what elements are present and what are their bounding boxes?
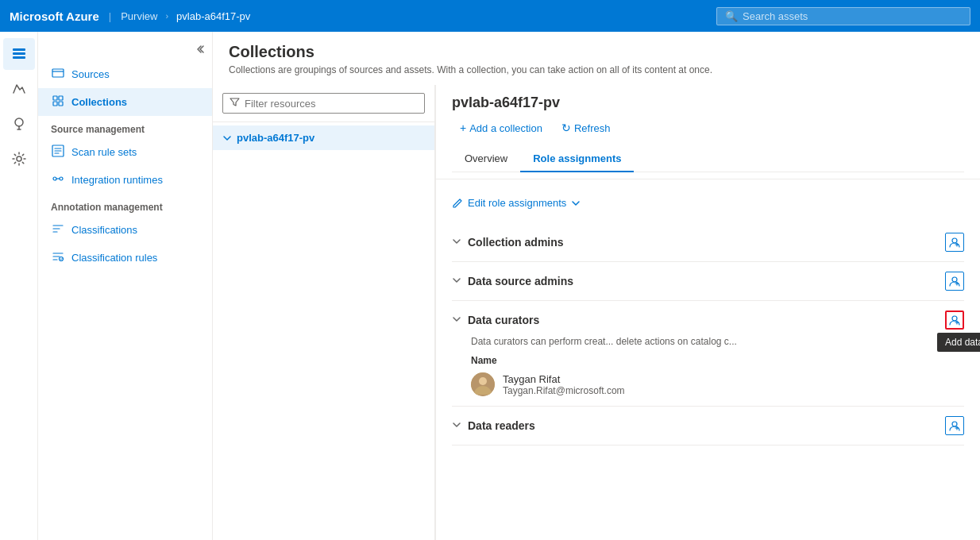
- svg-point-19: [952, 422, 957, 426]
- svg-point-14: [952, 238, 957, 243]
- svg-rect-9: [59, 102, 63, 106]
- chevron-down-icon: [452, 314, 461, 326]
- add-data-reader-button[interactable]: [945, 416, 964, 435]
- sidebar-item-insights[interactable]: [3, 108, 35, 140]
- add-collection-admin-button[interactable]: [945, 233, 964, 252]
- filter-input-wrapper[interactable]: [222, 93, 425, 114]
- right-panel-header: pvlab-a64f17-pv + Add a collection ↻ Ref…: [436, 85, 980, 179]
- refresh-button[interactable]: ↻ Refresh: [554, 118, 619, 138]
- tab-overview[interactable]: Overview: [452, 146, 520, 172]
- svg-point-18: [479, 377, 487, 385]
- filter-icon: [230, 97, 240, 110]
- left-sidebar: [0, 32, 38, 540]
- data-readers-header[interactable]: Data readers: [452, 416, 964, 435]
- tab-role-assignments[interactable]: Role assignments: [520, 146, 634, 172]
- right-panel: pvlab-a64f17-pv + Add a collection ↻ Ref…: [435, 85, 980, 540]
- svg-rect-0: [13, 48, 25, 51]
- role-section-data-readers: Data readers: [452, 407, 964, 446]
- top-navigation: Microsoft Azure | Purview › pvlab-a64f17…: [0, 0, 980, 32]
- add-data-source-admin-button[interactable]: [945, 272, 964, 291]
- nav-item-integration-runtimes[interactable]: Integration runtimes: [38, 166, 212, 194]
- sidebar-item-management[interactable]: [3, 143, 35, 175]
- edit-roles-label: Edit role assignments: [468, 197, 566, 209]
- collection-admins-header[interactable]: Collection admins: [452, 233, 964, 252]
- role-assignments-content: Edit role assignments Collection admins: [436, 179, 980, 458]
- data-source-admins-title: Data source admins: [468, 275, 939, 287]
- search-icon: 🔍: [725, 10, 738, 22]
- search-bar[interactable]: 🔍: [716, 7, 970, 25]
- resource-name: pvlab-a64f17-pv: [176, 10, 250, 22]
- svg-point-11: [53, 177, 56, 180]
- svg-point-3: [15, 118, 23, 126]
- collapse-button[interactable]: [38, 38, 212, 60]
- add-icon: +: [460, 122, 466, 134]
- nav-item-classifications[interactable]: Classifications: [38, 216, 212, 244]
- collection-item-label: pvlab-a64f17-pv: [237, 132, 314, 144]
- scan-rule-sets-icon: [51, 145, 65, 160]
- add-data-curators-button[interactable]: [945, 310, 964, 330]
- purview-label[interactable]: Purview: [121, 10, 157, 22]
- svg-rect-7: [59, 96, 63, 100]
- svg-rect-6: [53, 96, 57, 100]
- user-avatar-taygan: [471, 372, 495, 396]
- annotation-management-label: Annotation management: [38, 194, 212, 216]
- sources-icon: [51, 67, 65, 82]
- classifications-icon: [51, 222, 65, 237]
- page-header: Collections Collections are groupings of…: [213, 32, 980, 85]
- svg-point-12: [60, 177, 63, 180]
- data-curators-description: Data curators can perform creat... delet…: [452, 336, 964, 347]
- collection-tree: pvlab-a64f17-pv: [213, 122, 434, 153]
- right-panel-title: pvlab-a64f17-pv: [452, 94, 964, 111]
- role-section-collection-admins: Collection admins: [452, 223, 964, 262]
- collection-admins-title: Collection admins: [468, 236, 939, 249]
- azure-brand: Microsoft Azure: [10, 10, 99, 23]
- page-description: Collections are groupings of sources and…: [229, 64, 785, 75]
- refresh-label: Refresh: [574, 122, 611, 134]
- nav-item-scan-rule-sets[interactable]: Scan rule sets: [38, 138, 212, 166]
- user-name-taygan: Taygan Rifat: [503, 373, 625, 385]
- data-readers-title: Data readers: [468, 419, 939, 432]
- nav-item-collections-label: Collections: [71, 96, 127, 108]
- sidebar-item-data-map[interactable]: [3, 73, 35, 105]
- right-panel-actions: + Add a collection ↻ Refresh: [452, 118, 964, 138]
- search-input[interactable]: [743, 10, 962, 22]
- content-body: pvlab-a64f17-pv pvlab-a64f17-pv + Add a …: [213, 85, 980, 540]
- edit-role-assignments-button[interactable]: Edit role assignments: [452, 192, 581, 214]
- role-section-data-source-admins: Data source admins: [452, 262, 964, 301]
- tabs: Overview Role assignments: [452, 146, 964, 172]
- nav-item-classifications-label: Classifications: [71, 224, 137, 236]
- svg-rect-2: [13, 56, 25, 59]
- integration-runtimes-icon: [51, 172, 65, 187]
- user-email-taygan: Taygan.Rifat@microsoft.com: [503, 385, 625, 396]
- add-data-curators-wrapper: Add data curators: [945, 310, 964, 330]
- data-curators-header[interactable]: Data curators Add data curators: [452, 310, 964, 330]
- nav-item-classification-rules-label: Classification rules: [71, 252, 157, 264]
- nav-item-collections[interactable]: Collections: [38, 88, 212, 116]
- filter-resources-input[interactable]: [245, 98, 418, 110]
- filter-bar: [213, 85, 434, 122]
- page-title: Collections: [229, 43, 964, 61]
- chevron-down-icon: [452, 237, 461, 248]
- refresh-icon: ↻: [561, 122, 571, 134]
- nav-item-classification-rules[interactable]: Classification rules: [38, 244, 212, 272]
- data-curators-name-header: Name: [452, 355, 964, 366]
- svg-point-16: [952, 316, 957, 321]
- sidebar-item-data-catalog[interactable]: [3, 38, 35, 70]
- chevron-down-icon: [452, 420, 461, 431]
- user-row-taygan: Taygan Rifat Taygan.Rifat@microsoft.com: [452, 366, 964, 396]
- collection-list: pvlab-a64f17-pv: [213, 85, 435, 540]
- nav-item-integration-runtimes-label: Integration runtimes: [71, 174, 163, 186]
- nav-arrow: ›: [165, 11, 168, 21]
- content-area: Collections Collections are groupings of…: [213, 32, 980, 540]
- svg-point-4: [17, 156, 21, 161]
- nav-item-sources[interactable]: Sources: [38, 60, 212, 88]
- svg-rect-8: [53, 102, 57, 106]
- nav-separator: |: [109, 10, 111, 22]
- role-section-data-curators: Data curators Add data curators Data cur…: [452, 301, 964, 407]
- svg-rect-5: [52, 69, 64, 77]
- data-source-admins-header[interactable]: Data source admins: [452, 272, 964, 291]
- collection-item-pvlab[interactable]: pvlab-a64f17-pv: [213, 125, 434, 150]
- svg-point-15: [952, 277, 957, 282]
- nav-item-sources-label: Sources: [71, 68, 110, 80]
- add-collection-button[interactable]: + Add a collection: [452, 118, 550, 138]
